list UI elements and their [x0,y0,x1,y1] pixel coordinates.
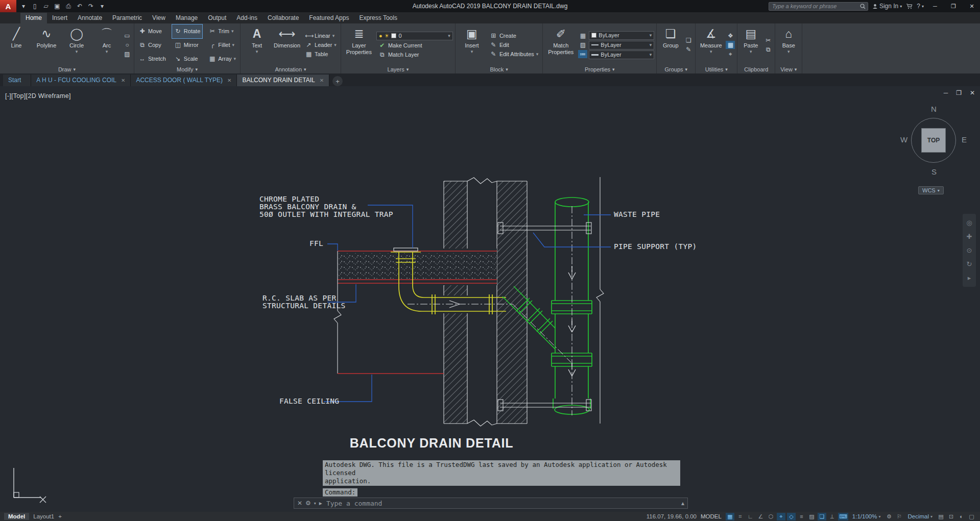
viewcube-east[interactable]: E [962,135,967,144]
label-rc-slab-1[interactable]: R.C. SLAB AS PER [262,294,336,302]
drawing-title[interactable]: BALCONY DRAIN DETAIL [350,436,514,450]
id-point-icon[interactable]: ⌖ [726,50,735,58]
create-block-button[interactable]: ⊞Create [488,32,540,40]
group-edit-icon[interactable]: ✎ [684,45,693,54]
lock-ui-icon[interactable]: ⊡ [947,513,955,520]
rc-slab[interactable] [338,249,497,285]
ribbon-tab[interactable]: Annotate [73,13,107,23]
edit-block-button[interactable]: ✎Edit [488,41,540,49]
label-ffl[interactable]: FFL [309,239,323,247]
vp-close-icon[interactable]: ✕ [970,89,975,96]
quick-calculator-icon[interactable]: ▦ [726,41,735,49]
workspace-switching-icon[interactable]: ⚙ [885,513,893,520]
arc-button[interactable]: ⌒ Arc ▾ [92,24,121,65]
hatch-button[interactable]: ▨ [123,50,132,58]
section-boundary-right[interactable] [596,177,604,424]
clean-screen-icon[interactable]: ▢ [967,513,976,520]
ribbon-tab[interactable]: Manage [171,13,203,23]
insert-button[interactable]: ▣ Insert ▾ [458,24,486,65]
viewcube-top-face[interactable]: TOP [921,128,946,153]
close-button[interactable]: ✕ [965,0,979,12]
viewcube-west[interactable]: W [900,135,907,144]
help-search-box[interactable] [769,2,868,11]
lineweight-icon[interactable]: ≡ [797,513,806,520]
ribbon-tab[interactable]: Parametric [107,13,147,23]
panel-label-draw[interactable]: Draw ▾ [0,65,134,73]
vp-minimize-icon[interactable]: ─ [944,89,948,96]
new-file-icon[interactable]: ▯ [30,3,40,10]
plot-icon[interactable]: ⎙ [63,3,74,10]
label-false-ceiling[interactable]: FALSE CEILING [279,397,339,405]
panel-label-utilities[interactable]: Utilities ▾ [696,65,737,73]
panel-label-block[interactable]: Block ▾ [456,65,542,73]
minimize-button[interactable]: ─ [928,0,942,12]
match-properties-button[interactable]: ✐ Match Properties [545,24,577,65]
file-tab-close-icon[interactable]: ✕ [320,78,324,83]
app-store-cart-icon[interactable] [906,4,913,9]
transparency-icon[interactable]: ▨ [807,513,816,520]
viewcube-south[interactable]: S [931,167,937,176]
snap-mode-icon[interactable]: ⌗ [736,513,745,520]
scale-button[interactable]: ↘Scale [172,52,202,65]
ribbon-tab[interactable]: Home [20,13,47,23]
dimension-button[interactable]: ⟷ Dimension [273,24,301,65]
panel-label-clipboard[interactable]: Clipboard [737,65,775,73]
autocad-app-menu-icon[interactable]: A [0,0,16,12]
label-chrome-plated-2[interactable]: BRASS BALCONY DRAIN & [259,203,356,211]
polar-tracking-icon[interactable]: ∠ [756,513,765,520]
group-button[interactable]: ❏ Group [659,24,682,65]
new-drawing-tab-button[interactable]: + [332,76,343,86]
panel-label-annotation[interactable]: Annotation ▾ [241,65,341,73]
copy-button[interactable]: ⧉Copy [136,38,168,52]
command-input[interactable] [325,499,678,508]
units-button[interactable]: Decimal ▾ [907,513,933,519]
command-customize-caret-icon[interactable]: ▾ [314,501,316,506]
panel-label-properties[interactable]: Properties ▾ [543,65,656,73]
quick-select-icon[interactable]: ❖ [726,32,735,40]
model-space-button[interactable]: MODEL [701,513,722,519]
help-button[interactable]: ? ▾ [917,3,924,10]
layer-properties-button[interactable]: ≣ Layer Properties [343,24,375,65]
file-tab[interactable]: A H U - FCU COOLING COIL ✕ [31,75,131,86]
restore-button[interactable]: ❐ [946,0,961,12]
copy-clip-icon[interactable]: ⧉ [763,45,773,54]
viewcube-north[interactable]: N [931,105,937,113]
make-current-button[interactable]: ✔Make Current [376,41,453,49]
label-waste-pipe[interactable]: WASTE PIPE [614,210,660,218]
panel-label-view[interactable]: View ▾ [775,65,802,73]
stretch-button[interactable]: ↔Stretch [136,52,168,65]
edit-attributes-button[interactable]: ✎Edit Attributes▾ [488,50,540,58]
circle-button[interactable]: ◯ Circle ▾ [62,24,91,65]
navigation-wheel-icon[interactable]: ◎ [966,219,972,227]
cut-icon[interactable]: ✂ [763,36,773,44]
rectangle-button[interactable]: ▭ [123,32,132,40]
annotation-monitor-icon[interactable]: ⚐ [895,513,903,520]
line-button[interactable]: ╱ Line [2,24,31,65]
isometric-drafting-icon[interactable]: ⬡ [767,513,775,520]
showmotion-icon[interactable]: ▸ [968,274,971,282]
layout-tab[interactable]: Layout1 [33,513,54,519]
save-icon[interactable]: ▣ [52,3,62,10]
base-button[interactable]: ⌂ Base ▾ [777,24,800,65]
command-customize-icon[interactable]: ⚙ [305,500,311,507]
list-icon[interactable]: ≔ [578,50,587,58]
measure-button[interactable]: ∡ Measure ▾ [698,24,724,65]
ucs-icon[interactable] [14,468,41,498]
zoom-icon[interactable]: ⊙ [967,246,972,254]
ribbon-tab[interactable]: Featured Apps [304,13,354,23]
ribbon-tab[interactable]: Collaborate [262,13,304,23]
match-layer-button[interactable]: ⧉Match Layer [376,51,453,59]
viewcube[interactable]: N W E S TOP [900,105,967,181]
orbit-icon[interactable]: ↻ [967,260,972,268]
file-tab-close-icon[interactable]: ✕ [121,78,125,83]
label-rc-slab-2[interactable]: STRUCTURAL DETAILS [262,302,346,310]
label-chrome-plated-1[interactable]: CHROME PLATED [259,195,319,203]
panel-label-modify[interactable]: Modify ▾ [134,65,240,73]
viewport-controls[interactable]: [-][Top][2D Wireframe] [5,92,71,100]
object-snap-icon[interactable]: ◇ [787,513,796,520]
ellipse-button[interactable]: ○ [123,41,132,49]
file-tab-close-icon[interactable]: ✕ [227,78,231,83]
command-line[interactable]: ✕ ⚙ ▾ ▸ ▴ [294,498,688,509]
move-button[interactable]: ✚Move [136,24,168,38]
app-menu-caret-icon[interactable]: ▾ [18,3,29,10]
